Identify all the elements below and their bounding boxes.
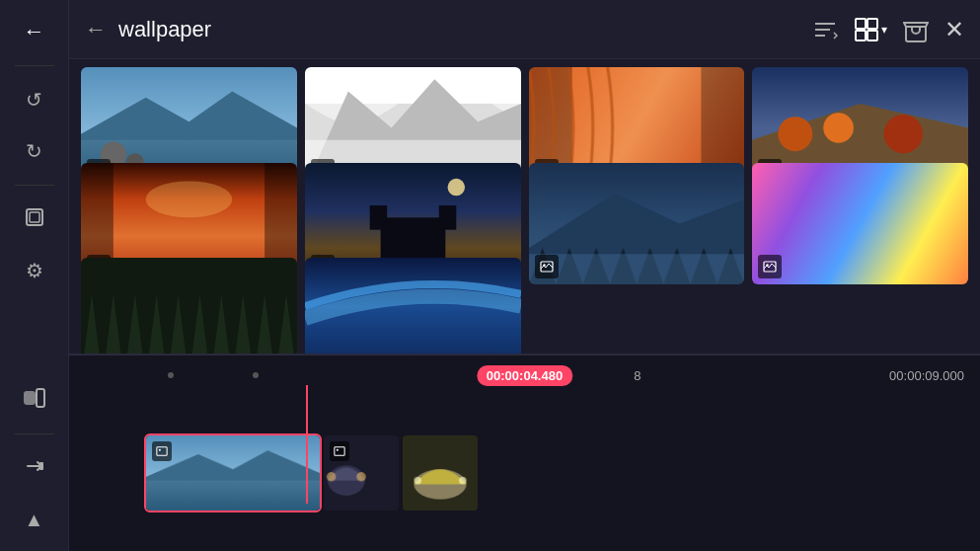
settings-icon: ⚙ — [26, 259, 43, 282]
dropdown-arrow-icon: ▾ — [881, 23, 887, 37]
redo-icon: ↻ — [26, 139, 42, 163]
expand-icon — [23, 386, 46, 415]
store-icon — [903, 17, 929, 42]
timeline-end-time: 00:00:09.000 — [889, 368, 964, 383]
gallery-item-8[interactable] — [752, 163, 968, 284]
triangle-icon: ▲ — [25, 509, 44, 531]
image-view-icon — [854, 17, 879, 42]
page-title: wallpaper — [118, 17, 800, 42]
svg-point-31 — [337, 449, 339, 451]
insert-icon — [23, 454, 46, 483]
topbar-icons: ▾ ✕ — [812, 16, 964, 43]
expand-button[interactable] — [13, 378, 56, 422]
svg-rect-4 — [39, 462, 43, 470]
timeline-dot-2 — [253, 372, 259, 378]
topbar: ← wallpaper ▾ — [69, 0, 980, 59]
timeline-clip-2[interactable] — [322, 433, 401, 512]
gallery-grid — [69, 59, 980, 354]
topbar-back-button[interactable]: ← — [85, 17, 107, 42]
playhead — [306, 385, 308, 504]
sidebar-bottom: ▲ — [13, 378, 56, 541]
close-icon: ✕ — [944, 16, 964, 43]
gallery-item-7[interactable] — [529, 163, 745, 284]
sidebar-back-button[interactable]: ← — [13, 10, 56, 53]
image-view-button[interactable]: ▾ — [854, 17, 887, 42]
timeline-area: 00:00:04.480 8 00:00:09.000 — [69, 354, 980, 551]
svg-rect-11 — [867, 31, 877, 40]
svg-point-29 — [159, 449, 161, 451]
sort-button[interactable] — [812, 17, 838, 42]
gallery-image-7 — [529, 163, 745, 284]
topbar-back-icon: ← — [85, 17, 107, 41]
clip-image-1 — [146, 435, 320, 511]
svg-rect-28 — [157, 447, 167, 456]
timeline-dots — [168, 372, 259, 378]
undo-button[interactable]: ↺ — [13, 78, 56, 121]
crop-icon — [24, 206, 45, 233]
main-area: ← wallpaper ▾ — [69, 0, 980, 551]
sidebar-divider-1 — [15, 65, 54, 66]
gallery-item-icon-7 — [535, 255, 559, 278]
insert-button[interactable] — [13, 446, 56, 490]
redo-button[interactable]: ↻ — [13, 129, 56, 173]
clip-icon-2 — [330, 441, 349, 461]
gallery-item-icon-8 — [758, 255, 782, 278]
clip-image-3 — [403, 435, 478, 511]
timeline-header: 00:00:04.480 8 00:00:09.000 — [69, 355, 980, 395]
sort-icon — [812, 17, 838, 42]
svg-rect-2 — [25, 392, 35, 404]
timeline-track — [69, 395, 980, 551]
gallery-item-9[interactable] — [81, 258, 297, 354]
svg-rect-3 — [37, 389, 44, 407]
svg-rect-10 — [856, 31, 866, 40]
gallery-image-8 — [752, 163, 968, 284]
settings-button[interactable]: ⚙ — [13, 249, 56, 292]
sidebar-divider-3 — [15, 433, 54, 434]
gallery-image-10 — [305, 258, 521, 354]
svg-rect-1 — [30, 212, 39, 222]
svg-rect-9 — [867, 19, 877, 29]
back-icon: ← — [24, 19, 45, 44]
triangle-button[interactable]: ▲ — [13, 498, 56, 541]
svg-rect-8 — [856, 19, 866, 29]
sidebar: ← ↺ ↻ ⚙ — [0, 0, 69, 551]
store-button[interactable] — [903, 17, 929, 42]
gallery-image-9 — [81, 258, 297, 354]
timeline-clip-1[interactable] — [144, 433, 322, 512]
undo-icon: ↺ — [26, 88, 42, 112]
timeline-marker-number: 8 — [634, 368, 641, 383]
close-button[interactable]: ✕ — [944, 16, 964, 43]
time-indicator: 00:00:04.480 — [477, 365, 572, 386]
gallery-item-10[interactable] — [305, 258, 521, 354]
crop-button[interactable] — [13, 197, 56, 241]
timeline-dot-1 — [168, 372, 174, 378]
timeline-clips — [144, 433, 480, 512]
sidebar-divider-2 — [15, 185, 54, 186]
svg-rect-30 — [335, 447, 344, 456]
timeline-clip-3[interactable] — [401, 433, 480, 512]
clip-icon-1 — [152, 441, 172, 461]
